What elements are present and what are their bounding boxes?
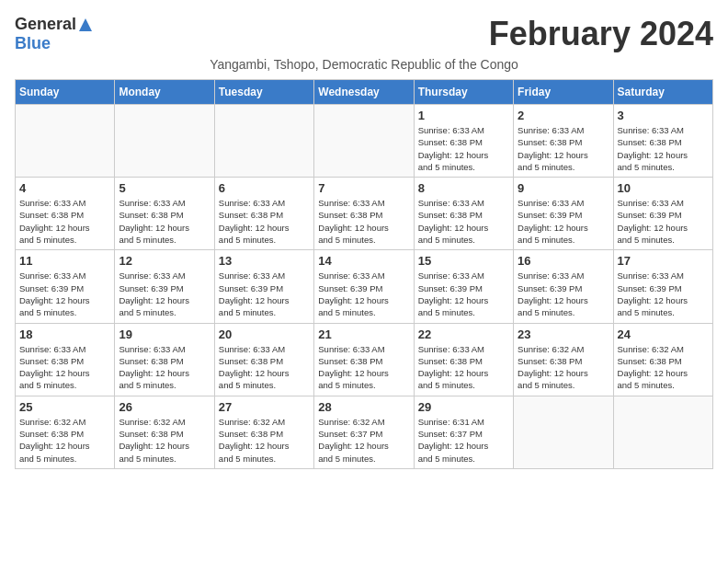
calendar-cell: 5Sunrise: 6:33 AM Sunset: 6:38 PM Daylig… xyxy=(115,178,214,250)
day-detail: Sunrise: 6:33 AM Sunset: 6:38 PM Dayligh… xyxy=(418,197,509,246)
calendar-cell: 2Sunrise: 6:33 AM Sunset: 6:38 PM Daylig… xyxy=(514,105,613,178)
day-detail: Sunrise: 6:32 AM Sunset: 6:37 PM Dayligh… xyxy=(318,416,409,465)
day-detail: Sunrise: 6:32 AM Sunset: 6:38 PM Dayligh… xyxy=(219,416,310,465)
calendar-week-row: 4Sunrise: 6:33 AM Sunset: 6:38 PM Daylig… xyxy=(16,178,713,250)
day-number: 4 xyxy=(19,181,110,195)
calendar-cell: 19Sunrise: 6:33 AM Sunset: 6:38 PM Dayli… xyxy=(115,323,214,396)
logo-general: General xyxy=(15,15,76,34)
calendar-cell xyxy=(16,105,115,178)
day-number: 3 xyxy=(618,109,709,122)
calendar-cell: 26Sunrise: 6:32 AM Sunset: 6:38 PM Dayli… xyxy=(115,396,214,468)
calendar-cell: 13Sunrise: 6:33 AM Sunset: 6:39 PM Dayli… xyxy=(214,250,313,323)
day-detail: Sunrise: 6:33 AM Sunset: 6:39 PM Dayligh… xyxy=(119,270,210,318)
day-detail: Sunrise: 6:33 AM Sunset: 6:38 PM Dayligh… xyxy=(518,124,609,173)
calendar-header-friday: Friday xyxy=(514,80,613,105)
day-number: 8 xyxy=(418,181,509,195)
day-detail: Sunrise: 6:33 AM Sunset: 6:38 PM Dayligh… xyxy=(219,343,310,392)
day-number: 2 xyxy=(518,109,609,122)
calendar-cell: 17Sunrise: 6:33 AM Sunset: 6:39 PM Dayli… xyxy=(613,250,712,323)
calendar-header-monday: Monday xyxy=(115,80,214,105)
day-number: 14 xyxy=(318,254,409,268)
day-detail: Sunrise: 6:33 AM Sunset: 6:38 PM Dayligh… xyxy=(418,124,509,173)
day-number: 15 xyxy=(418,254,509,268)
day-detail: Sunrise: 6:33 AM Sunset: 6:38 PM Dayligh… xyxy=(418,343,509,392)
day-number: 17 xyxy=(618,254,709,268)
calendar-cell: 20Sunrise: 6:33 AM Sunset: 6:38 PM Dayli… xyxy=(214,323,313,396)
day-number: 11 xyxy=(19,254,110,268)
day-detail: Sunrise: 6:33 AM Sunset: 6:39 PM Dayligh… xyxy=(518,270,609,318)
logo-blue: Blue xyxy=(15,34,51,52)
day-detail: Sunrise: 6:32 AM Sunset: 6:38 PM Dayligh… xyxy=(518,343,609,392)
calendar-cell: 27Sunrise: 6:32 AM Sunset: 6:38 PM Dayli… xyxy=(214,396,313,468)
day-detail: Sunrise: 6:33 AM Sunset: 6:39 PM Dayligh… xyxy=(518,197,609,246)
calendar-cell: 24Sunrise: 6:32 AM Sunset: 6:38 PM Dayli… xyxy=(613,323,712,396)
day-number: 19 xyxy=(119,327,210,341)
day-number: 29 xyxy=(418,400,509,414)
day-detail: Sunrise: 6:33 AM Sunset: 6:38 PM Dayligh… xyxy=(119,343,210,392)
calendar-cell: 3Sunrise: 6:33 AM Sunset: 6:38 PM Daylig… xyxy=(613,105,712,178)
day-number: 24 xyxy=(618,327,709,341)
day-detail: Sunrise: 6:32 AM Sunset: 6:38 PM Dayligh… xyxy=(618,343,709,392)
day-number: 13 xyxy=(219,254,310,268)
calendar-cell: 1Sunrise: 6:33 AM Sunset: 6:38 PM Daylig… xyxy=(414,105,513,178)
calendar-cell: 6Sunrise: 6:33 AM Sunset: 6:38 PM Daylig… xyxy=(214,178,313,250)
day-detail: Sunrise: 6:33 AM Sunset: 6:39 PM Dayligh… xyxy=(618,197,709,246)
day-detail: Sunrise: 6:33 AM Sunset: 6:38 PM Dayligh… xyxy=(318,343,409,392)
calendar-cell xyxy=(115,105,214,178)
calendar-header-row: SundayMondayTuesdayWednesdayThursdayFrid… xyxy=(16,80,713,105)
calendar-cell: 29Sunrise: 6:31 AM Sunset: 6:37 PM Dayli… xyxy=(414,396,513,468)
day-detail: Sunrise: 6:33 AM Sunset: 6:38 PM Dayligh… xyxy=(19,197,110,246)
calendar-cell: 7Sunrise: 6:33 AM Sunset: 6:38 PM Daylig… xyxy=(314,178,414,250)
calendar-cell: 8Sunrise: 6:33 AM Sunset: 6:38 PM Daylig… xyxy=(414,178,513,250)
day-detail: Sunrise: 6:33 AM Sunset: 6:39 PM Dayligh… xyxy=(219,270,310,318)
calendar-week-row: 1Sunrise: 6:33 AM Sunset: 6:38 PM Daylig… xyxy=(16,105,713,178)
day-detail: Sunrise: 6:33 AM Sunset: 6:38 PM Dayligh… xyxy=(19,343,110,392)
day-number: 21 xyxy=(318,327,409,341)
calendar-cell xyxy=(514,396,613,468)
day-number: 18 xyxy=(19,327,110,341)
day-detail: Sunrise: 6:32 AM Sunset: 6:38 PM Dayligh… xyxy=(19,416,110,465)
day-number: 27 xyxy=(219,400,310,414)
logo-icon xyxy=(77,17,94,33)
calendar-cell: 15Sunrise: 6:33 AM Sunset: 6:39 PM Dayli… xyxy=(414,250,513,323)
day-detail: Sunrise: 6:33 AM Sunset: 6:38 PM Dayligh… xyxy=(119,197,210,246)
calendar-cell: 10Sunrise: 6:33 AM Sunset: 6:39 PM Dayli… xyxy=(613,178,712,250)
calendar-week-row: 11Sunrise: 6:33 AM Sunset: 6:39 PM Dayli… xyxy=(16,250,713,323)
calendar-cell: 9Sunrise: 6:33 AM Sunset: 6:39 PM Daylig… xyxy=(514,178,613,250)
calendar-cell xyxy=(214,105,313,178)
svg-marker-0 xyxy=(79,18,92,31)
calendar-cell: 12Sunrise: 6:33 AM Sunset: 6:39 PM Dayli… xyxy=(115,250,214,323)
day-detail: Sunrise: 6:33 AM Sunset: 6:38 PM Dayligh… xyxy=(618,124,709,173)
calendar-cell: 16Sunrise: 6:33 AM Sunset: 6:39 PM Dayli… xyxy=(514,250,613,323)
calendar-cell: 21Sunrise: 6:33 AM Sunset: 6:38 PM Dayli… xyxy=(314,323,414,396)
day-number: 16 xyxy=(518,254,609,268)
calendar-header-tuesday: Tuesday xyxy=(214,80,313,105)
day-detail: Sunrise: 6:33 AM Sunset: 6:39 PM Dayligh… xyxy=(19,270,110,318)
calendar-cell: 4Sunrise: 6:33 AM Sunset: 6:38 PM Daylig… xyxy=(16,178,115,250)
calendar-cell: 23Sunrise: 6:32 AM Sunset: 6:38 PM Dayli… xyxy=(514,323,613,396)
location-subtitle: Yangambi, Tshopo, Democratic Republic of… xyxy=(15,57,713,72)
day-number: 25 xyxy=(19,400,110,414)
calendar-cell: 22Sunrise: 6:33 AM Sunset: 6:38 PM Dayli… xyxy=(414,323,513,396)
day-number: 12 xyxy=(119,254,210,268)
day-detail: Sunrise: 6:33 AM Sunset: 6:39 PM Dayligh… xyxy=(618,270,709,318)
calendar-cell xyxy=(613,396,712,468)
day-number: 9 xyxy=(518,181,609,195)
calendar-cell: 18Sunrise: 6:33 AM Sunset: 6:38 PM Dayli… xyxy=(16,323,115,396)
day-detail: Sunrise: 6:33 AM Sunset: 6:38 PM Dayligh… xyxy=(219,197,310,246)
calendar-table: SundayMondayTuesdayWednesdayThursdayFrid… xyxy=(15,79,713,469)
calendar-cell xyxy=(314,105,414,178)
month-title: February 2024 xyxy=(489,15,713,53)
day-detail: Sunrise: 6:33 AM Sunset: 6:38 PM Dayligh… xyxy=(318,197,409,246)
calendar-cell: 14Sunrise: 6:33 AM Sunset: 6:39 PM Dayli… xyxy=(314,250,414,323)
day-number: 6 xyxy=(219,181,310,195)
day-number: 20 xyxy=(219,327,310,341)
day-number: 28 xyxy=(318,400,409,414)
logo: General Blue xyxy=(15,15,95,53)
calendar-week-row: 25Sunrise: 6:32 AM Sunset: 6:38 PM Dayli… xyxy=(16,396,713,468)
day-number: 5 xyxy=(119,181,210,195)
day-number: 7 xyxy=(318,181,409,195)
day-number: 10 xyxy=(618,181,709,195)
day-number: 1 xyxy=(418,109,509,122)
calendar-cell: 11Sunrise: 6:33 AM Sunset: 6:39 PM Dayli… xyxy=(16,250,115,323)
